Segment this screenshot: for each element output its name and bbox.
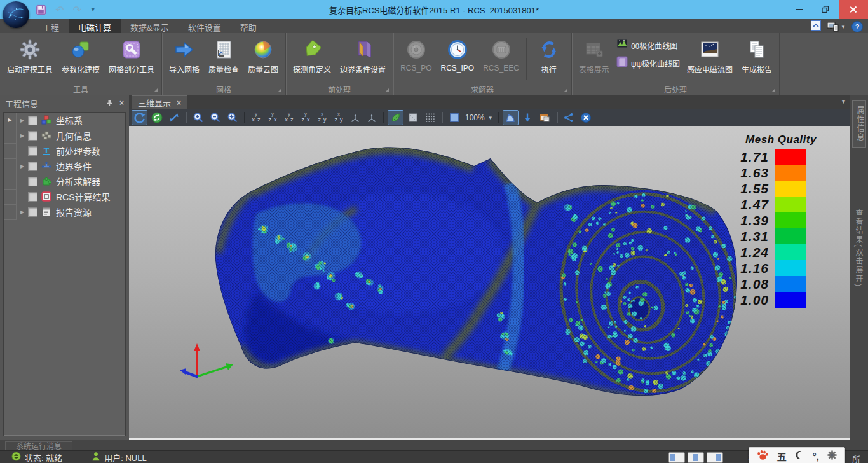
minimize-button[interactable] [785, 0, 812, 19]
arrow-down-icon[interactable] [520, 110, 536, 125]
ribbon-button-探测角定义[interactable]: 探测角定义 [288, 34, 336, 76]
row-selector[interactable]: ▶ [4, 113, 17, 128]
ribbon-button-启动建模工具[interactable]: 启动建模工具 [3, 34, 57, 76]
menu-tab-2[interactable]: 电磁计算 [69, 19, 121, 33]
ribbon-button-执行[interactable]: 执行 [529, 34, 569, 76]
ime-settings-gear-icon[interactable] [827, 450, 837, 462]
ribbon-button-rcs-ipo[interactable]: RCS_IPO [436, 34, 478, 74]
zoom-out-icon[interactable] [207, 110, 223, 125]
zoom-select-icon[interactable] [446, 110, 462, 125]
viewport-3d[interactable]: Mesh Quality 1.711.631.551.471.391.311.2… [129, 126, 850, 440]
tree-item-6[interactable]: RCS计算结果 [4, 189, 125, 204]
expand-arrow-icon[interactable]: ▶ [17, 209, 28, 215]
expand-arrow-icon[interactable]: ▶ [17, 133, 28, 139]
ime-mode-label[interactable]: 五 [777, 450, 787, 463]
row-selector[interactable] [4, 204, 17, 220]
ribbon-button-rcs-po[interactable]: RCS_PO [396, 34, 436, 74]
zoom-fit-icon[interactable] [224, 110, 240, 125]
sector-icon[interactable] [503, 110, 519, 125]
item-checkbox[interactable] [28, 162, 37, 171]
row-selector[interactable] [4, 158, 17, 174]
ribbon-button-质量云图[interactable]: 质量云图 [243, 34, 283, 76]
zoom-level-value[interactable]: 100% [465, 113, 485, 122]
ribbon-button-网格剖分工具[interactable]: 网格剖分工具 [104, 34, 159, 76]
ribbon-button-导入网格[interactable]: 导入网格 [165, 34, 204, 76]
ribbon-button-生成报告[interactable]: 生成报告 [737, 34, 776, 76]
tree-item-3[interactable]: T前处理参数 [4, 143, 125, 158]
ribbon-button-参数化建模[interactable]: 参数化建模 [57, 34, 104, 76]
menu-tab-4[interactable]: 软件设置 [179, 19, 231, 33]
row-selector[interactable] [4, 189, 17, 205]
panel-close-icon[interactable]: × [119, 99, 124, 107]
ribbon-button-边界条件设置[interactable]: 边界条件设置 [336, 34, 390, 76]
row-selector[interactable] [4, 143, 17, 159]
sync-icon[interactable] [149, 110, 165, 125]
app-logo-icon[interactable] [3, 1, 29, 28]
tree-item-7[interactable]: ▶报告资源 [4, 204, 125, 219]
group-expand-icon[interactable] [771, 88, 775, 92]
item-checkbox[interactable] [28, 192, 37, 202]
layout-right-button[interactable] [707, 452, 723, 463]
view-orientation-2[interactable]: yzx [265, 111, 280, 125]
row-selector[interactable] [4, 128, 17, 144]
ribbon-button-表格展示[interactable]: 表格展示 [574, 34, 614, 76]
share-flow-icon[interactable] [561, 110, 577, 125]
view-orientation-5[interactable]: xzy [315, 111, 330, 125]
collapse-ribbon-icon[interactable] [811, 20, 821, 33]
row-selector[interactable] [4, 174, 17, 190]
shade-flat-icon[interactable] [405, 110, 421, 125]
display-config-icon[interactable]: ▼ [827, 22, 846, 32]
menu-tab-5[interactable]: 帮助 [231, 19, 266, 33]
view-orientation-7[interactable] [348, 111, 363, 125]
ribbon-button-感应电磁流图[interactable]: 感应电磁流图 [682, 34, 737, 76]
tab-property-info[interactable]: 属性信息 [852, 100, 866, 148]
tab-close-icon[interactable]: × [177, 99, 181, 107]
shade-leaf-icon[interactable] [388, 110, 403, 125]
layout-left-button[interactable] [668, 452, 685, 463]
restore-button[interactable] [812, 0, 839, 19]
view-orientation-8[interactable] [364, 111, 379, 125]
tree-item-1[interactable]: ▶▶坐标系 [4, 113, 125, 128]
item-checkbox[interactable] [28, 146, 37, 156]
tree-item-5[interactable]: 分析求解器 [4, 174, 125, 189]
view-orientation-1[interactable]: yxz [248, 111, 264, 125]
wireframe-grid-icon[interactable] [422, 110, 438, 125]
tab-3d-display[interactable]: 三维显示 × [132, 95, 187, 109]
ime-toolbar[interactable]: 五 °, [749, 447, 845, 463]
group-expand-icon[interactable] [385, 88, 389, 92]
expand-arrow-icon[interactable]: ▶ [17, 163, 28, 169]
ime-baidu-paw-icon[interactable] [757, 450, 769, 462]
ribbon-button--极化曲线图[interactable]: θθ极化曲线图 [616, 38, 680, 52]
view-orientation-3[interactable]: yxz [281, 111, 297, 125]
group-expand-icon[interactable] [564, 88, 567, 92]
group-expand-icon[interactable] [278, 88, 281, 92]
pin-icon[interactable] [106, 99, 113, 107]
menu-tab-3[interactable]: 数据&显示 [121, 19, 179, 33]
ime-punctuation-label[interactable]: °, [813, 451, 819, 462]
ribbon-button-质量检查[interactable]: 质量检查 [204, 34, 243, 76]
group-expand-icon[interactable] [154, 88, 158, 92]
ribbon-button--极化曲线图[interactable]: ψψ极化曲线图 [616, 56, 680, 70]
ime-halfwidth-moon-icon[interactable] [795, 450, 804, 462]
tree-item-4[interactable]: ▶边界条件 [4, 158, 125, 174]
expand-arrow-icon[interactable]: ▶ [17, 118, 28, 123]
item-checkbox[interactable] [28, 116, 37, 125]
capture-window-icon[interactable] [537, 110, 553, 125]
layout-center-button[interactable] [688, 452, 704, 463]
zoom-in-icon[interactable] [190, 110, 206, 125]
menu-tab-1[interactable]: 工程 [33, 19, 69, 33]
tree-item-2[interactable]: ▶几何信息 [4, 128, 125, 143]
rotate-tool-icon[interactable] [132, 110, 147, 125]
item-checkbox[interactable] [28, 207, 37, 217]
close-button[interactable] [839, 0, 868, 19]
close-circle-icon[interactable] [578, 110, 594, 125]
pan-icon[interactable] [166, 110, 182, 125]
view-results-label[interactable]: 查看结果(双击展开) [853, 209, 864, 287]
zoom-dropdown-icon[interactable]: ▼ [488, 115, 493, 121]
view-orientation-4[interactable]: yzx [298, 111, 313, 125]
tab-list-dropdown-icon[interactable]: ▼ [841, 99, 846, 105]
help-icon[interactable]: ? [851, 21, 863, 32]
item-checkbox[interactable] [28, 177, 37, 186]
view-orientation-6[interactable]: xzy [331, 111, 346, 125]
ribbon-button-rcs-eec[interactable]: RCS_EEC [478, 34, 524, 74]
